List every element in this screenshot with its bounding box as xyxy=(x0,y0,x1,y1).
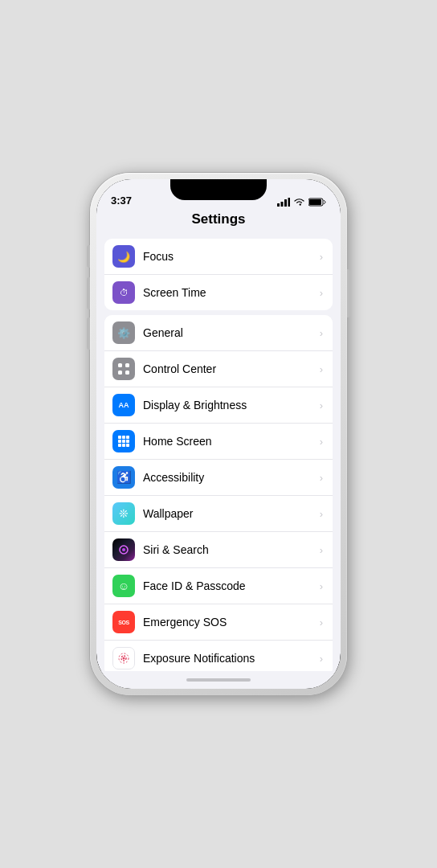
page-title: Settings xyxy=(191,211,245,227)
phone-frame: 3:37 xyxy=(90,173,347,695)
home-screen-icon xyxy=(117,435,130,448)
exposure-chevron: › xyxy=(320,653,323,665)
status-icons xyxy=(277,198,326,207)
focus-icon-wrap: 🌙 xyxy=(112,245,135,268)
svg-rect-18 xyxy=(126,444,129,447)
svg-rect-1 xyxy=(281,202,284,207)
svg-rect-17 xyxy=(122,444,125,447)
power-button[interactable] xyxy=(347,269,350,317)
face-id-label: Face ID & Passcode xyxy=(143,579,317,592)
focus-chevron: › xyxy=(320,251,323,263)
svg-rect-14 xyxy=(122,440,125,443)
control-center-chevron: › xyxy=(320,363,323,375)
svg-rect-16 xyxy=(118,444,121,447)
display-brightness-icon-wrap: AA xyxy=(112,394,135,416)
phone-screen: 3:37 xyxy=(96,179,341,689)
settings-content[interactable]: 🌙 Focus › ⏱ Screen Time › ⚙️ General xyxy=(96,234,341,671)
display-brightness-chevron: › xyxy=(320,399,323,411)
screen-time-label: Screen Time xyxy=(143,286,317,299)
settings-group-2: ⚙️ General › Contr xyxy=(104,315,333,671)
svg-rect-3 xyxy=(288,198,291,207)
settings-item-general[interactable]: ⚙️ General › xyxy=(104,315,333,351)
svg-rect-10 xyxy=(118,436,121,439)
settings-item-focus[interactable]: 🌙 Focus › xyxy=(104,239,333,275)
home-screen-label: Home Screen xyxy=(143,435,317,448)
control-center-icon xyxy=(117,362,130,375)
focus-label: Focus xyxy=(143,250,317,263)
volume-up-button[interactable] xyxy=(87,277,90,309)
settings-item-screen-time[interactable]: ⏱ Screen Time › xyxy=(104,275,333,310)
emergency-sos-icon-wrap: SOS xyxy=(112,611,135,633)
notch xyxy=(170,179,267,200)
siri-label: Siri & Search xyxy=(143,543,317,556)
svg-rect-13 xyxy=(118,440,121,443)
svg-rect-15 xyxy=(126,440,129,443)
svg-rect-11 xyxy=(122,436,125,439)
svg-rect-8 xyxy=(118,371,122,375)
general-chevron: › xyxy=(320,327,323,339)
exposure-notifications-icon xyxy=(116,651,131,665)
wallpaper-chevron: › xyxy=(320,508,323,520)
accessibility-label: Accessibility xyxy=(143,471,317,484)
wallpaper-icon-wrap: ❊ xyxy=(112,502,135,525)
wallpaper-label: Wallpaper xyxy=(143,507,317,520)
siri-chevron: › xyxy=(320,544,323,556)
status-time: 3:37 xyxy=(111,194,132,207)
screen-time-icon-wrap: ⏱ xyxy=(112,281,135,304)
signal-icon xyxy=(277,198,290,207)
accessibility-chevron: › xyxy=(320,472,323,484)
control-center-label: Control Center xyxy=(143,362,317,375)
svg-rect-9 xyxy=(125,371,129,375)
page-header: Settings xyxy=(96,210,341,234)
home-screen-chevron: › xyxy=(320,436,323,448)
general-icon-wrap: ⚙️ xyxy=(112,321,135,344)
battery-status-icon xyxy=(308,198,326,207)
svg-rect-5 xyxy=(309,199,321,205)
accessibility-icon-wrap: ♿ xyxy=(112,466,135,489)
face-id-chevron: › xyxy=(320,580,323,592)
svg-rect-12 xyxy=(126,436,129,439)
general-label: General xyxy=(143,326,317,339)
volume-down-button[interactable] xyxy=(87,317,90,350)
svg-rect-6 xyxy=(118,363,122,367)
settings-group-1: 🌙 Focus › ⏱ Screen Time › xyxy=(104,239,333,310)
settings-item-home-screen[interactable]: Home Screen › xyxy=(104,424,333,460)
exposure-icon-wrap xyxy=(112,647,135,669)
emergency-sos-chevron: › xyxy=(320,616,323,628)
settings-item-control-center[interactable]: Control Center › xyxy=(104,351,333,387)
exposure-label: Exposure Notifications xyxy=(143,652,317,665)
settings-item-wallpaper[interactable]: ❊ Wallpaper › xyxy=(104,496,333,532)
svg-rect-0 xyxy=(277,203,280,207)
home-indicator[interactable] xyxy=(186,678,251,682)
face-id-icon-wrap: ☺ xyxy=(112,575,135,597)
display-brightness-label: Display & Brightness xyxy=(143,399,317,411)
svg-point-23 xyxy=(123,657,125,660)
svg-rect-7 xyxy=(125,363,129,367)
screen-time-chevron: › xyxy=(320,287,323,299)
home-bar xyxy=(96,671,341,689)
settings-item-accessibility[interactable]: ♿ Accessibility › xyxy=(104,460,333,496)
settings-item-emergency-sos[interactable]: SOS Emergency SOS › xyxy=(104,604,333,641)
home-screen-icon-wrap xyxy=(112,430,135,452)
settings-item-face-id[interactable]: ☺ Face ID & Passcode › xyxy=(104,568,333,604)
silent-switch[interactable] xyxy=(87,245,90,268)
settings-item-exposure[interactable]: Exposure Notifications › xyxy=(104,641,333,671)
control-center-icon-wrap xyxy=(112,358,135,380)
screen-content: 3:37 xyxy=(96,179,341,689)
settings-item-display-brightness[interactable]: AA Display & Brightness › xyxy=(104,387,333,424)
svg-point-20 xyxy=(122,548,125,551)
settings-item-siri[interactable]: Siri & Search › xyxy=(104,532,333,568)
svg-rect-2 xyxy=(284,199,287,207)
wifi-icon xyxy=(293,198,305,207)
emergency-sos-label: Emergency SOS xyxy=(143,616,317,628)
siri-icon-wrap xyxy=(112,538,135,561)
siri-icon xyxy=(118,544,129,555)
